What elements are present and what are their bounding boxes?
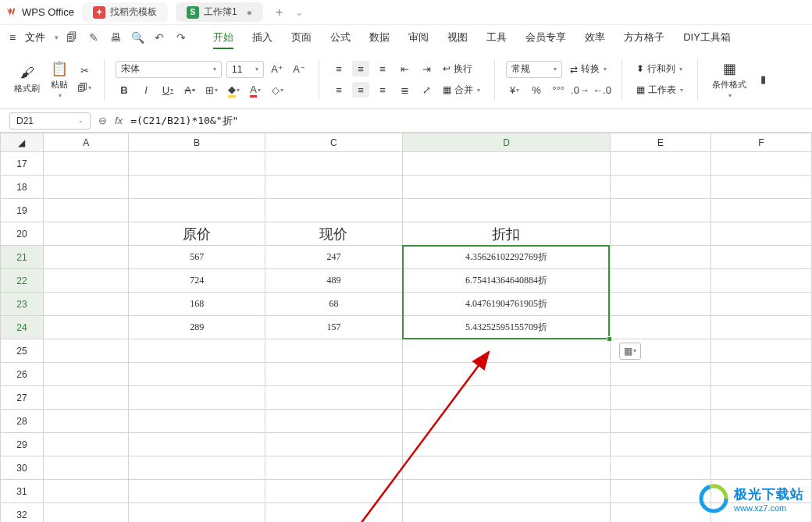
percent-button[interactable]: %: [528, 83, 545, 98]
select-all-corner[interactable]: ◢: [1, 133, 44, 152]
cell-A22[interactable]: [43, 269, 129, 293]
col-header-E[interactable]: E: [610, 133, 710, 152]
cell-D24[interactable]: 5.43252595155709折: [403, 316, 611, 339]
qat-export-icon[interactable]: ✎: [85, 31, 102, 44]
row-header-30[interactable]: 30: [1, 456, 44, 480]
comma-button[interactable]: °°°: [550, 83, 567, 98]
fill-handle[interactable]: [607, 336, 612, 342]
font-shrink-button[interactable]: A⁻: [290, 62, 308, 77]
cell-E28[interactable]: [610, 410, 710, 433]
orientation-button[interactable]: ⤢: [418, 82, 435, 98]
cell-F24[interactable]: [710, 316, 811, 339]
menu-page[interactable]: 页面: [291, 30, 312, 44]
cell-D18[interactable]: [403, 176, 611, 199]
cell-F22[interactable]: [710, 269, 811, 293]
row-header-28[interactable]: 28: [1, 410, 44, 433]
cell-B20[interactable]: 原价: [129, 222, 265, 246]
cell-E29[interactable]: [610, 433, 710, 456]
cell-A18[interactable]: [43, 176, 129, 199]
cell-A31[interactable]: [43, 480, 129, 503]
cell-B27[interactable]: [129, 386, 265, 410]
row-header-20[interactable]: 20: [1, 222, 44, 246]
cancel-formula-icon[interactable]: ⊖: [98, 115, 107, 126]
cell-B24[interactable]: 289: [129, 316, 265, 339]
row-header-17[interactable]: 17: [1, 152, 44, 176]
tab-template[interactable]: ✦ 找稻壳模板: [82, 2, 168, 22]
qat-redo-icon[interactable]: ↷: [173, 31, 190, 44]
hamburger-icon[interactable]: ≡: [9, 31, 16, 44]
menu-diy[interactable]: DIY工具箱: [683, 30, 731, 44]
cell-F20[interactable]: [710, 222, 811, 246]
menu-vip[interactable]: 会员专享: [525, 30, 566, 44]
row-header-23[interactable]: 23: [1, 293, 44, 316]
cell-F26[interactable]: [710, 363, 811, 386]
cell-C27[interactable]: [265, 386, 402, 410]
menu-insert[interactable]: 插入: [252, 30, 272, 44]
cell-F27[interactable]: [710, 386, 811, 410]
cell-A29[interactable]: [43, 433, 129, 456]
copy-button[interactable]: 🗐▾: [76, 80, 93, 96]
cell-A27[interactable]: [43, 386, 129, 410]
align-bottom-button[interactable]: ≡: [374, 61, 391, 76]
cell-A20[interactable]: [43, 222, 129, 246]
cell-D19[interactable]: [403, 199, 611, 222]
fill-color-button[interactable]: ◆▾: [225, 83, 242, 98]
underline-button[interactable]: U▾: [159, 83, 176, 98]
cell-E21[interactable]: [610, 246, 710, 269]
row-header-32[interactable]: 32: [1, 503, 44, 523]
cell-D22[interactable]: 6.75414364640884折: [403, 269, 611, 293]
cell-C23[interactable]: 68: [265, 293, 402, 316]
align-middle-button[interactable]: ≡: [352, 61, 369, 76]
qat-undo-icon[interactable]: ↶: [151, 31, 168, 44]
cell-D32[interactable]: [403, 503, 611, 523]
cell-B19[interactable]: [129, 199, 265, 222]
cell-E20[interactable]: [610, 222, 710, 246]
cell-B32[interactable]: [129, 503, 265, 523]
cell-B30[interactable]: [129, 456, 265, 480]
cell-F29[interactable]: [710, 433, 811, 456]
tab-dot-icon[interactable]: ●: [247, 7, 252, 18]
cell-C25[interactable]: [265, 339, 402, 363]
cell-D31[interactable]: [403, 480, 611, 503]
more-styles-button[interactable]: ▮: [754, 72, 771, 87]
cell-E24[interactable]: [610, 316, 710, 339]
cell-E22[interactable]: [610, 269, 710, 293]
cell-F28[interactable]: [710, 410, 811, 433]
row-header-29[interactable]: 29: [1, 433, 44, 456]
cell-F17[interactable]: [710, 152, 811, 176]
spreadsheet-grid[interactable]: ◢ABCDEF17181920原价现价折扣215672474.356261022…: [0, 133, 812, 522]
indent-dec-button[interactable]: ⇤: [396, 61, 413, 76]
tab-menu-chevron-icon[interactable]: ⌄: [290, 5, 308, 20]
cell-D23[interactable]: 4.04761904761905折: [403, 293, 611, 316]
convert-button[interactable]: ⇄转换▾: [567, 61, 610, 77]
cell-B23[interactable]: 168: [129, 293, 265, 316]
merge-button[interactable]: ▦合并▾: [440, 82, 483, 98]
cell-C17[interactable]: [265, 152, 402, 176]
cell-A26[interactable]: [43, 363, 129, 386]
cell-B25[interactable]: [129, 339, 265, 363]
cell-C19[interactable]: [265, 199, 402, 222]
cell-F18[interactable]: [710, 176, 811, 199]
cell-A28[interactable]: [43, 410, 129, 433]
cell-F19[interactable]: [710, 199, 811, 222]
cond-format-button[interactable]: ▦条件格式▾: [709, 59, 750, 101]
cell-A24[interactable]: [43, 316, 129, 339]
rowcol-button[interactable]: ⬍行和列▾: [633, 61, 686, 77]
cell-C32[interactable]: [265, 503, 402, 523]
cell-E18[interactable]: [610, 176, 710, 199]
row-header-22[interactable]: 22: [1, 269, 44, 293]
formula-input[interactable]: =(C21/B21)*10&"折": [130, 114, 238, 128]
cell-C31[interactable]: [265, 480, 402, 503]
col-header-F[interactable]: F: [710, 133, 811, 152]
number-format-select[interactable]: 常规▾: [506, 61, 562, 78]
align-left-button[interactable]: ≡: [330, 82, 347, 98]
qat-save-icon[interactable]: 🗐: [63, 31, 80, 44]
cell-C26[interactable]: [265, 363, 402, 386]
cell-C22[interactable]: 489: [265, 269, 402, 293]
cell-B22[interactable]: 724: [129, 269, 265, 293]
clear-format-button[interactable]: ◇▾: [269, 83, 286, 98]
cell-A19[interactable]: [43, 199, 129, 222]
align-justify-button[interactable]: ≣: [396, 82, 413, 98]
cell-E23[interactable]: [610, 293, 710, 316]
row-header-21[interactable]: 21: [1, 246, 44, 269]
